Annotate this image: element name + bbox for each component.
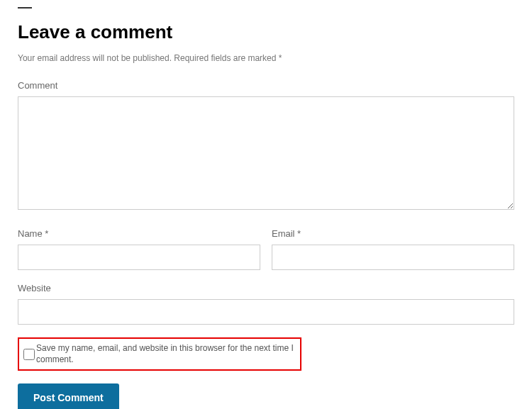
consent-highlight-box: Save my name, email, and website in this…	[18, 337, 301, 371]
save-info-label: Save my name, email, and website in this…	[36, 343, 296, 365]
section-divider	[18, 7, 32, 9]
email-label: Email *	[272, 228, 514, 239]
email-input[interactable]	[272, 245, 514, 270]
name-label: Name *	[18, 228, 260, 239]
email-field-group: Email *	[272, 228, 514, 270]
name-input[interactable]	[18, 245, 260, 270]
post-comment-button[interactable]: Post Comment	[18, 383, 119, 409]
comment-form-heading: Leave a comment	[18, 21, 514, 43]
email-privacy-notice: Your email address will not be published…	[18, 53, 514, 63]
comment-textarea[interactable]	[18, 96, 514, 210]
comment-field-group: Comment	[18, 80, 514, 228]
website-label: Website	[18, 283, 514, 293]
comment-label: Comment	[18, 80, 514, 91]
website-field-group: Website	[18, 283, 514, 325]
name-field-group: Name *	[18, 228, 260, 270]
save-info-checkbox[interactable]	[23, 349, 35, 360]
website-input[interactable]	[18, 299, 514, 325]
